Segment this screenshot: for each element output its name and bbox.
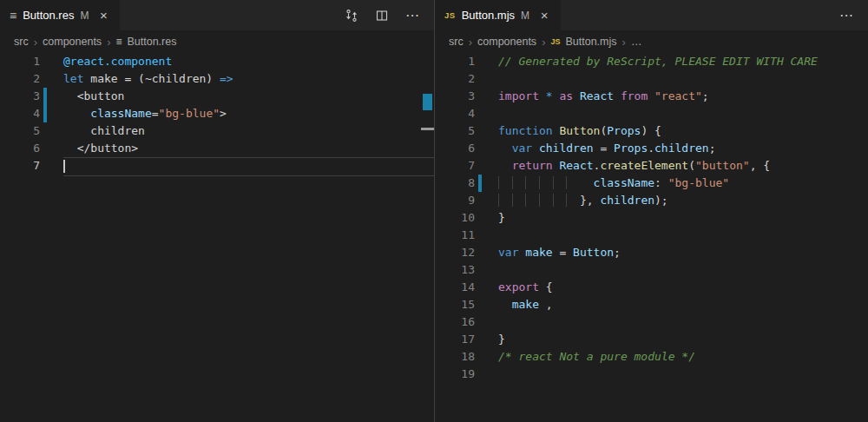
open-changes-icon[interactable] bbox=[341, 5, 362, 26]
indent-guide bbox=[525, 176, 539, 189]
line-number: 4 bbox=[0, 105, 40, 122]
code-line[interactable]: 13 bbox=[435, 261, 868, 279]
code-text: // Generated by ReScript, PLEASE EDIT WI… bbox=[498, 53, 818, 70]
breadcrumb-item[interactable]: … bbox=[631, 36, 642, 48]
breadcrumb-item[interactable]: Button.mjs bbox=[565, 36, 616, 48]
breadcrumb-item[interactable]: components bbox=[477, 36, 536, 48]
indent-guide bbox=[553, 176, 567, 189]
code-text: export { bbox=[498, 279, 553, 296]
code-line[interactable]: 2 bbox=[435, 70, 868, 88]
code-text: }, children); bbox=[498, 192, 668, 209]
res-file-icon: ≡ bbox=[10, 10, 16, 22]
line-number: 7 bbox=[435, 157, 475, 175]
code-text: function Button(Props) { bbox=[498, 122, 661, 140]
line-number: 14 bbox=[435, 279, 475, 296]
indent-guide bbox=[566, 194, 580, 207]
line-number: 2 bbox=[0, 70, 40, 88]
code-text: /* react Not a pure module */ bbox=[498, 348, 695, 366]
code-line[interactable]: 5 children bbox=[0, 122, 434, 140]
tab-label: Button.mjs bbox=[462, 9, 515, 22]
line-number: 16 bbox=[435, 313, 475, 331]
line-number: 19 bbox=[435, 366, 475, 383]
code-text: } bbox=[498, 209, 505, 227]
close-icon[interactable]: × bbox=[537, 8, 551, 23]
breadcrumb-item[interactable]: Button.res bbox=[127, 36, 176, 48]
code-line[interactable]: 8 className: "bg-blue" bbox=[435, 175, 868, 192]
code-text: var make = Button; bbox=[498, 244, 621, 261]
indent-guide bbox=[512, 176, 526, 189]
code-line[interactable]: 16 bbox=[435, 313, 868, 331]
line-number: 10 bbox=[435, 209, 475, 227]
code-text: return React.createElement("button", { bbox=[498, 157, 770, 175]
code-editor-right[interactable]: 1// Generated by ReScript, PLEASE EDIT W… bbox=[435, 53, 868, 383]
tab-button-res[interactable]: ≡ Button.res M × bbox=[0, 0, 121, 30]
git-modified-badge: M bbox=[521, 10, 529, 22]
code-line[interactable]: 19 bbox=[435, 366, 868, 383]
code-line[interactable]: 4 bbox=[435, 105, 868, 122]
code-line[interactable]: 4 className="bg-blue"> bbox=[0, 105, 434, 122]
git-modified-badge: M bbox=[80, 10, 89, 22]
tab-button-mjs[interactable]: JS Button.mjs M × bbox=[435, 0, 562, 30]
code-line[interactable]: 17} bbox=[435, 331, 868, 348]
line-number: 6 bbox=[435, 140, 475, 157]
tabbar-right: JS Button.mjs M × ⋯ bbox=[435, 0, 868, 30]
modified-line-indicator bbox=[43, 88, 47, 105]
code-line[interactable]: 10} bbox=[435, 209, 868, 227]
editor-group-right: JS Button.mjs M × ⋯ src›components›JSBut… bbox=[434, 0, 868, 422]
line-number: 9 bbox=[435, 192, 475, 209]
code-line[interactable]: 3import * as React from "react"; bbox=[435, 88, 868, 105]
line-number: 3 bbox=[435, 88, 475, 105]
code-editor-window: ≡ Button.res M × bbox=[0, 0, 868, 422]
code-text: let make = (~children) => bbox=[63, 70, 233, 88]
code-text: children bbox=[63, 122, 145, 140]
code-line[interactable]: 12var make = Button; bbox=[435, 244, 868, 261]
code-line[interactable]: 7 return React.createElement("button", { bbox=[435, 157, 868, 175]
breadcrumb-item[interactable]: src bbox=[14, 36, 29, 48]
close-icon[interactable]: × bbox=[96, 8, 110, 23]
code-line[interactable]: 9 }, children); bbox=[435, 192, 868, 209]
code-text: import * as React from "react"; bbox=[498, 88, 709, 105]
modified-line-indicator bbox=[43, 105, 47, 122]
code-line[interactable]: 6 var children = Props.children; bbox=[435, 140, 868, 157]
code-line[interactable]: 1// Generated by ReScript, PLEASE EDIT W… bbox=[435, 53, 868, 70]
indent-guide bbox=[498, 194, 512, 207]
more-actions-icon[interactable]: ⋯ bbox=[836, 5, 857, 26]
code-line[interactable]: 14export { bbox=[435, 279, 868, 296]
code-line[interactable]: 3 <button bbox=[0, 88, 434, 105]
chevron-right-icon: › bbox=[34, 36, 37, 49]
code-line[interactable]: 15 make , bbox=[435, 296, 868, 313]
code-line[interactable]: 18/* react Not a pure module */ bbox=[435, 348, 868, 366]
line-number: 13 bbox=[435, 261, 475, 279]
modified-line-indicator bbox=[478, 175, 482, 192]
text-cursor bbox=[63, 160, 65, 173]
code-line[interactable]: 6 </button> bbox=[0, 140, 434, 157]
code-text: className: "bg-blue" bbox=[498, 175, 729, 192]
code-text: @react.component bbox=[63, 53, 172, 70]
js-file-icon: JS bbox=[550, 37, 560, 46]
ruler-modified-marker bbox=[423, 94, 432, 110]
overview-ruler[interactable] bbox=[421, 53, 434, 422]
code-line[interactable]: 1@react.component bbox=[0, 53, 434, 70]
line-number: 7 bbox=[0, 157, 40, 175]
code-text: make , bbox=[498, 296, 553, 313]
indent-guide bbox=[498, 176, 512, 189]
indent-guide bbox=[553, 194, 567, 207]
line-number: 4 bbox=[435, 105, 475, 122]
code-line[interactable]: 11 bbox=[435, 227, 868, 244]
breadcrumb-item[interactable]: components bbox=[43, 36, 102, 48]
line-number: 2 bbox=[435, 70, 475, 88]
code-editor-left[interactable]: 1@react.component2let make = (~children)… bbox=[0, 53, 434, 175]
code-text: } bbox=[498, 331, 505, 348]
line-number: 17 bbox=[435, 331, 475, 348]
split-editor-icon[interactable] bbox=[372, 5, 392, 26]
code-line[interactable]: 7 bbox=[0, 157, 434, 175]
more-actions-icon[interactable]: ⋯ bbox=[402, 5, 423, 26]
chevron-right-icon: › bbox=[542, 36, 545, 49]
tabbar-left: ≡ Button.res M × bbox=[0, 0, 434, 30]
breadcrumb-item[interactable]: src bbox=[449, 36, 464, 48]
chevron-right-icon: › bbox=[107, 36, 110, 49]
indent-guide bbox=[539, 194, 553, 207]
line-number: 6 bbox=[0, 140, 40, 157]
code-line[interactable]: 2let make = (~children) => bbox=[0, 70, 434, 88]
code-line[interactable]: 5function Button(Props) { bbox=[435, 122, 868, 140]
